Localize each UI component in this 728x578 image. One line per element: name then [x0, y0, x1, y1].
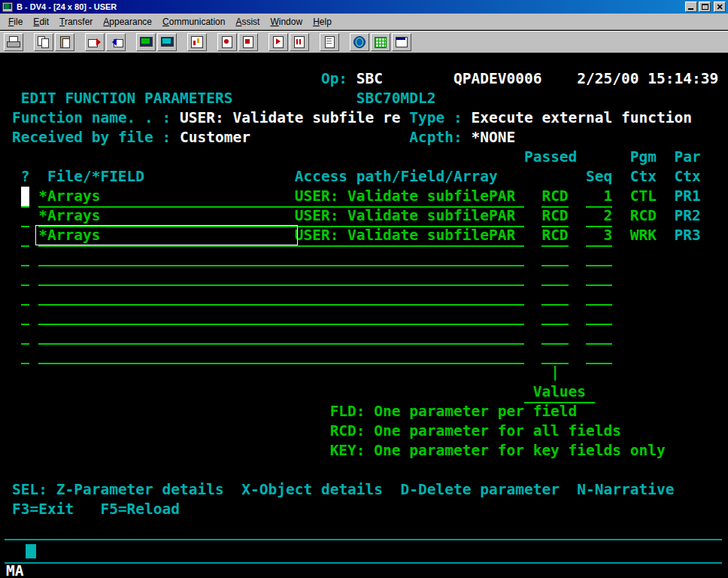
- access-input[interactable]: [295, 245, 524, 266]
- jump-window-button[interactable]: [392, 33, 411, 51]
- seq-input[interactable]: [586, 324, 612, 345]
- seq-input[interactable]: 2: [586, 206, 612, 227]
- stop-macro-button[interactable]: [238, 33, 258, 51]
- access-input[interactable]: [295, 304, 524, 325]
- function-keys: F3=Exit F5=Reload: [12, 500, 180, 519]
- pause-macro-button[interactable]: [290, 33, 309, 51]
- access-input[interactable]: USER: Validate subfilePAR: [295, 226, 524, 247]
- file-input[interactable]: *Arrays: [38, 206, 294, 227]
- terminal-row-16: Values: [12, 382, 718, 402]
- file-input[interactable]: [38, 324, 294, 345]
- keypad-button[interactable]: [371, 33, 390, 51]
- file-input[interactable]: *Arrays: [38, 187, 294, 208]
- par-ctx-value: PR1: [674, 187, 700, 206]
- terminal-screen[interactable]: Op:SBCQPADEV00062/25/00 15:14:39EDIT FUN…: [0, 53, 728, 578]
- close-button[interactable]: ✕: [714, 2, 726, 12]
- app-icon[interactable]: [2, 2, 13, 12]
- globe-icon: [353, 36, 366, 48]
- terminal-row-5: ?File/*FIELDAccess path/Field/ArraySeqCt…: [12, 167, 718, 187]
- menu-edit[interactable]: Edit: [28, 14, 54, 29]
- maximize-button[interactable]: [699, 2, 711, 12]
- menu-file[interactable]: File: [3, 14, 28, 29]
- file-input[interactable]: *Arrays: [38, 226, 294, 247]
- received-by-value: Customer: [180, 128, 250, 148]
- display-session-button[interactable]: [136, 33, 156, 51]
- printer-session-button[interactable]: [157, 33, 177, 51]
- seq-input[interactable]: [586, 265, 612, 286]
- sel-input[interactable]: [21, 304, 30, 325]
- menu-help[interactable]: Help: [308, 14, 337, 29]
- close-icon: ✕: [714, 2, 725, 12]
- sel-input[interactable]: [21, 343, 30, 364]
- chart-button[interactable]: [187, 33, 207, 51]
- paste-icon: [58, 36, 71, 48]
- title-bar: B - DV4 - [24 x 80] - USER ✕: [0, 0, 728, 14]
- globe-button[interactable]: [350, 33, 369, 51]
- passed-input[interactable]: [541, 265, 568, 286]
- terminal-row-6: *Arrays USER: Validate subfilePAR RCD 1C…: [12, 187, 718, 206]
- send-file-button[interactable]: [85, 33, 105, 51]
- rec-icon: [220, 36, 234, 48]
- sel-input[interactable]: [21, 265, 30, 286]
- grid-icon: [374, 36, 387, 48]
- record-macro-button[interactable]: [217, 33, 237, 51]
- copy-button[interactable]: [34, 33, 53, 51]
- file-input[interactable]: [38, 265, 294, 286]
- minimize-button[interactable]: [685, 2, 697, 12]
- op-value: SBC: [356, 69, 383, 89]
- passed-input[interactable]: RCD: [541, 206, 568, 227]
- passed-input[interactable]: [541, 284, 568, 306]
- play-macro-button[interactable]: [268, 33, 288, 51]
- op-label: Op:: [321, 69, 347, 89]
- menu-communication[interactable]: Communication: [157, 14, 230, 29]
- access-input[interactable]: [295, 284, 524, 306]
- play-icon: [271, 36, 285, 48]
- access-input[interactable]: [295, 343, 524, 364]
- seq-input[interactable]: 3: [586, 226, 612, 247]
- acpth-value: *NONE: [471, 128, 515, 148]
- oia-status-bar: MA b 07/003: [6, 542, 720, 561]
- sel-input[interactable]: [21, 206, 30, 227]
- seq-input[interactable]: [586, 245, 612, 266]
- oia-separator-bottom: [5, 562, 722, 564]
- sel-input[interactable]: [21, 187, 30, 208]
- passed-input[interactable]: [541, 324, 568, 345]
- file-input[interactable]: [38, 284, 294, 306]
- seq-input[interactable]: [586, 304, 612, 325]
- passed-input[interactable]: [541, 245, 568, 266]
- file-input[interactable]: [38, 245, 294, 266]
- passed-input[interactable]: RCD: [541, 226, 568, 247]
- seq-input[interactable]: 1: [586, 187, 612, 208]
- menu-transfer[interactable]: Transfer: [54, 14, 98, 29]
- file-input[interactable]: [38, 343, 294, 364]
- terminal-row-18: RCD: One parameter for all fields: [12, 421, 718, 441]
- sel-input[interactable]: [21, 324, 30, 345]
- notepad-button[interactable]: [320, 33, 339, 51]
- par-ctx-header: Ctx: [674, 167, 700, 187]
- access-input[interactable]: [295, 265, 524, 286]
- sel-input[interactable]: [21, 245, 30, 266]
- menu-appearance[interactable]: Appearance: [98, 14, 157, 29]
- passed-input[interactable]: [541, 343, 568, 364]
- window-icon: [395, 36, 408, 48]
- access-input[interactable]: USER: Validate subfilePAR: [295, 206, 524, 227]
- access-input[interactable]: USER: Validate subfilePAR: [295, 187, 524, 208]
- print-screen-button[interactable]: [4, 33, 23, 51]
- menu-assist[interactable]: Assist: [230, 14, 265, 29]
- file-header: File/*FIELD: [47, 167, 144, 187]
- monitor-icon: [139, 36, 153, 48]
- sel-input[interactable]: [21, 284, 30, 306]
- passed-input[interactable]: RCD: [541, 187, 568, 208]
- access-input[interactable]: [295, 324, 524, 345]
- values-pointer: |: [551, 363, 560, 382]
- seq-input[interactable]: [586, 284, 612, 306]
- paste-button[interactable]: [55, 33, 74, 51]
- file-input[interactable]: [38, 304, 294, 325]
- pgm-ctx-value: WRK: [630, 226, 657, 245]
- sel-input[interactable]: [21, 226, 30, 247]
- passed-input[interactable]: [541, 304, 568, 325]
- seq-input[interactable]: [586, 343, 612, 364]
- menu-window[interactable]: Window: [265, 14, 308, 29]
- values-legend-fld: FLD: One parameter per field: [330, 402, 578, 421]
- receive-file-button[interactable]: [106, 33, 126, 51]
